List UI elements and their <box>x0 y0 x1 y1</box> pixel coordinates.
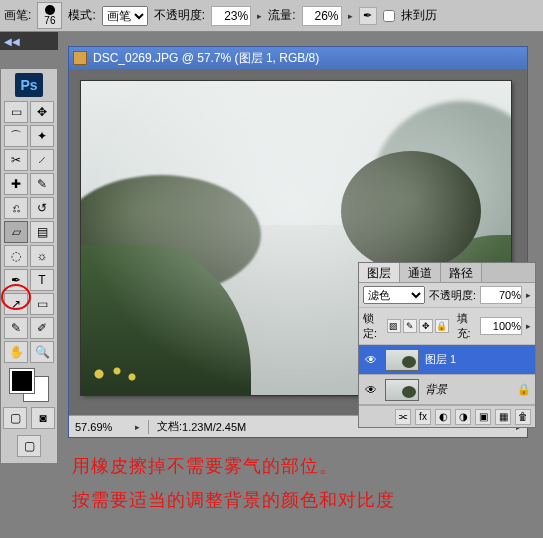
lasso-tool[interactable]: ⌒ <box>4 125 28 147</box>
layer-name: 背景 <box>425 382 447 397</box>
collapse-bar[interactable]: ◀◀ <box>0 32 58 50</box>
flow-label: 流量: <box>268 7 295 24</box>
standard-mode-icon[interactable]: ▢ <box>3 407 27 429</box>
lock-icon: 🔒 <box>517 383 531 396</box>
layer-name: 图层 1 <box>425 352 456 367</box>
heal-tool[interactable]: ✚ <box>4 173 28 195</box>
path-select-tool[interactable]: ↗ <box>4 293 28 315</box>
pen-tool[interactable]: ✒ <box>4 269 28 291</box>
brush-dot-icon <box>45 5 55 15</box>
document-title-bar[interactable]: DSC_0269.JPG @ 57.7% (图层 1, RGB/8) <box>69 47 527 69</box>
notes-tool[interactable]: ✎ <box>4 317 28 339</box>
type-tool[interactable]: T <box>30 269 54 291</box>
chevron-down-icon[interactable]: ▸ <box>135 422 140 432</box>
link-layers-icon[interactable]: ⫘ <box>395 409 411 425</box>
marquee-tool[interactable]: ▭ <box>4 101 28 123</box>
lock-label: 锁定: <box>363 311 383 341</box>
toolbox: Ps ▭ ✥ ⌒ ✦ ✂ ⟋ ✚ ✎ ⎌ ↺ ▱ ▤ ◌ ☼ ✒ T ↗ ▭ ✎… <box>0 68 58 464</box>
opacity-input[interactable] <box>211 6 251 26</box>
chevron-down-icon[interactable]: ▸ <box>526 321 531 331</box>
doc-info-label: 文档: <box>157 419 182 434</box>
tab-layers[interactable]: 图层 <box>359 263 400 282</box>
new-layer-icon[interactable]: ▦ <box>495 409 511 425</box>
lock-position-icon[interactable]: ✥ <box>419 319 433 333</box>
mode-select[interactable]: 画笔 <box>102 6 148 26</box>
layer-opacity-label: 不透明度: <box>429 288 476 303</box>
layer-opacity-input[interactable] <box>480 286 522 304</box>
foreground-swatch[interactable] <box>10 369 34 393</box>
tab-channels[interactable]: 通道 <box>400 263 441 282</box>
dodge-tool[interactable]: ☼ <box>30 245 54 267</box>
color-swatches[interactable] <box>10 369 48 401</box>
doc-info-value: 1.23M/2.45M <box>182 421 246 433</box>
panel-tabs: 图层 通道 路径 <box>359 263 535 283</box>
options-bar: 画笔: 76 模式: 画笔 不透明度: ▸ 流量: ▸ ✒ 抹到历 <box>0 0 543 32</box>
blur-tool[interactable]: ◌ <box>4 245 28 267</box>
eraser-tool[interactable]: ▱ <box>4 221 28 243</box>
document-title: DSC_0269.JPG @ 57.7% (图层 1, RGB/8) <box>93 50 319 67</box>
flow-input[interactable] <box>302 6 342 26</box>
lock-all-icon[interactable]: 🔒 <box>435 319 449 333</box>
stamp-tool[interactable]: ⎌ <box>4 197 28 219</box>
quickmask-mode-icon[interactable]: ◙ <box>31 407 55 429</box>
ps-logo-icon: Ps <box>15 73 43 97</box>
move-tool[interactable]: ✥ <box>30 101 54 123</box>
eyedropper-tool[interactable]: ✐ <box>30 317 54 339</box>
fill-input[interactable] <box>480 317 522 335</box>
lock-pixels-icon[interactable]: ✎ <box>403 319 417 333</box>
chevron-down-icon[interactable]: ▸ <box>348 11 353 21</box>
lock-icons: ▨ ✎ ✥ 🔒 <box>387 319 449 333</box>
mask-icon[interactable]: ◐ <box>435 409 451 425</box>
wand-tool[interactable]: ✦ <box>30 125 54 147</box>
layer-row[interactable]: 👁 背景 🔒 <box>359 375 535 405</box>
blend-mode-select[interactable]: 滤色 <box>363 286 425 304</box>
gradient-tool[interactable]: ▤ <box>30 221 54 243</box>
erase-to-history-checkbox[interactable] <box>383 10 395 22</box>
screenmode-icon[interactable]: ▢ <box>17 435 41 457</box>
history-brush-tool[interactable]: ↺ <box>30 197 54 219</box>
tab-paths[interactable]: 路径 <box>441 263 482 282</box>
lock-transparency-icon[interactable]: ▨ <box>387 319 401 333</box>
layer-thumbnail[interactable] <box>385 349 419 371</box>
hand-tool[interactable]: ✋ <box>4 341 28 363</box>
panel-footer: ⫘ fx ◐ ◑ ▣ ▦ 🗑 <box>359 405 535 427</box>
shape-tool[interactable]: ▭ <box>30 293 54 315</box>
layer-row[interactable]: 👁 图层 1 <box>359 345 535 375</box>
zoom-tool[interactable]: 🔍 <box>30 341 54 363</box>
erase-history-label: 抹到历 <box>401 7 437 24</box>
layer-list: 👁 图层 1 👁 背景 🔒 <box>359 345 535 405</box>
annotation-text-2: 按需要适当的调整背景的颜色和对比度 <box>72 488 395 512</box>
layer-thumbnail[interactable] <box>385 379 419 401</box>
annotation-text-1: 用橡皮擦掉不需要雾气的部位。 <box>72 454 338 478</box>
visibility-icon[interactable]: 👁 <box>363 353 379 367</box>
chevron-down-icon[interactable]: ▸ <box>257 11 262 21</box>
airbrush-icon[interactable]: ✒ <box>359 7 377 25</box>
fx-icon[interactable]: fx <box>415 409 431 425</box>
layers-panel: 图层 通道 路径 滤色 不透明度: ▸ 锁定: ▨ ✎ ✥ 🔒 填充: ▸ 👁 … <box>358 262 536 428</box>
mode-label: 模式: <box>68 7 95 24</box>
slice-tool[interactable]: ⟋ <box>30 149 54 171</box>
fill-label: 填充: <box>457 311 477 341</box>
opacity-label: 不透明度: <box>154 7 205 24</box>
chevron-down-icon[interactable]: ▸ <box>526 290 531 300</box>
left-column: ◀◀ Ps ▭ ✥ ⌒ ✦ ✂ ⟋ ✚ ✎ ⎌ ↺ ▱ ▤ ◌ ☼ ✒ T ↗ … <box>0 32 58 464</box>
visibility-icon[interactable]: 👁 <box>363 383 379 397</box>
brush-tool[interactable]: ✎ <box>30 173 54 195</box>
adjustment-icon[interactable]: ◑ <box>455 409 471 425</box>
brush-size-value: 76 <box>44 15 55 26</box>
crop-tool[interactable]: ✂ <box>4 149 28 171</box>
brush-preset-picker[interactable]: 76 <box>37 2 62 29</box>
document-icon <box>73 51 87 65</box>
group-icon[interactable]: ▣ <box>475 409 491 425</box>
zoom-value[interactable]: 57.69% <box>75 421 135 433</box>
delete-layer-icon[interactable]: 🗑 <box>515 409 531 425</box>
brush-label: 画笔: <box>4 7 31 24</box>
